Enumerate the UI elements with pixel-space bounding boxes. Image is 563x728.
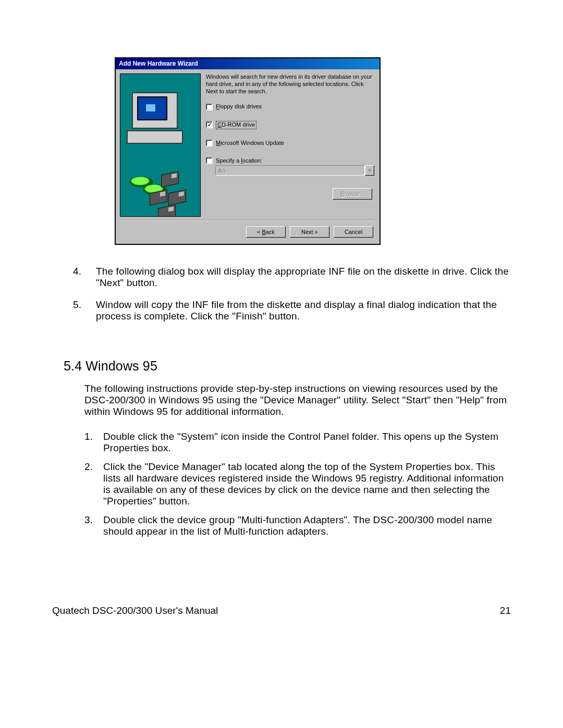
next-button[interactable]: Next > [290, 226, 329, 238]
list-item: 1.Double click the "System" icon inside … [84, 431, 511, 454]
checkbox-cdrom[interactable] [206, 121, 213, 128]
checkbox-specify-location-row[interactable]: Specify a location: [206, 157, 374, 165]
list-item-text: Double click the device group "Multi-fun… [103, 514, 511, 537]
section-heading: 5.4 Windows 95 [64, 359, 511, 374]
list-item-text: The following dialog box will display th… [96, 266, 511, 289]
dialog-instruction: Windows will search for new drivers in i… [206, 73, 374, 95]
list-item: 4.The following dialog box will display … [73, 266, 511, 289]
location-input[interactable] [215, 165, 365, 176]
checkbox-cdrom-label: CD-ROM drive [216, 121, 256, 129]
floppy-icon [168, 189, 186, 205]
list-item: 3.Double click the device group "Multi-f… [84, 514, 511, 537]
wizard-artwork [120, 73, 201, 217]
browse-button[interactable]: Browse... [333, 188, 372, 200]
checkbox-floppy[interactable] [206, 104, 213, 110]
list-item-text: Click the "Device Manager" tab located a… [103, 461, 511, 507]
list-item-number: 5. [73, 299, 87, 322]
checkbox-windows-update-row[interactable]: Microsoft Windows Update [206, 140, 374, 147]
list-item: 2.Click the "Device Manager" tab located… [84, 461, 511, 507]
list-item: 5.Window will copy the INF file from the… [73, 299, 511, 322]
cancel-button[interactable]: Cancel [334, 226, 373, 238]
list-item-number: 1. [84, 431, 97, 454]
numbered-sub-steps: 1.Double click the "System" icon inside … [52, 431, 511, 537]
footer-page-number: 21 [500, 605, 511, 616]
computer-base-icon [127, 130, 183, 144]
footer-left: Quatech DSC-200/300 User's Manual [52, 605, 218, 616]
checkbox-cdrom-row[interactable]: CD-ROM drive [206, 121, 374, 129]
list-item-number: 2. [84, 461, 97, 507]
section-intro-paragraph: The following instructions provide step-… [84, 383, 511, 417]
checkbox-specify-location[interactable] [206, 157, 213, 164]
checkbox-floppy-row[interactable]: Floppy disk drives [206, 103, 374, 110]
location-dropdown-button[interactable]: ▼ [365, 165, 374, 176]
checkbox-floppy-label: Floppy disk drives [216, 103, 262, 110]
dialog-title-bar: Add New Hardware Wizard [116, 58, 380, 69]
checkbox-windows-update-label: Microsoft Windows Update [216, 140, 284, 147]
document-body: 4.The following dialog box will display … [52, 266, 511, 537]
dialog-title: Add New Hardware Wizard [119, 60, 198, 67]
list-item-number: 3. [84, 514, 97, 537]
page: Add New Hardware Wizard Windows will sea… [0, 0, 563, 728]
back-button[interactable]: < Back [246, 226, 286, 238]
list-item-number: 4. [73, 266, 87, 289]
numbered-steps-continuation: 4.The following dialog box will display … [52, 266, 511, 322]
floppy-icon [158, 204, 176, 217]
list-item-text: Double click the "System" icon inside th… [103, 431, 511, 454]
list-item-text: Window will copy the INF file from the d… [96, 299, 511, 322]
floppy-icon [161, 171, 179, 187]
checkbox-windows-update[interactable] [206, 140, 213, 146]
add-new-hardware-wizard-dialog: Add New Hardware Wizard Windows will sea… [115, 57, 381, 245]
checkbox-specify-location-label: Specify a location: [216, 157, 262, 165]
monitor-icon [132, 92, 178, 129]
page-footer: Quatech DSC-200/300 User's Manual 21 [52, 605, 511, 616]
dialog-figure: Add New Hardware Wizard Windows will sea… [115, 57, 511, 245]
